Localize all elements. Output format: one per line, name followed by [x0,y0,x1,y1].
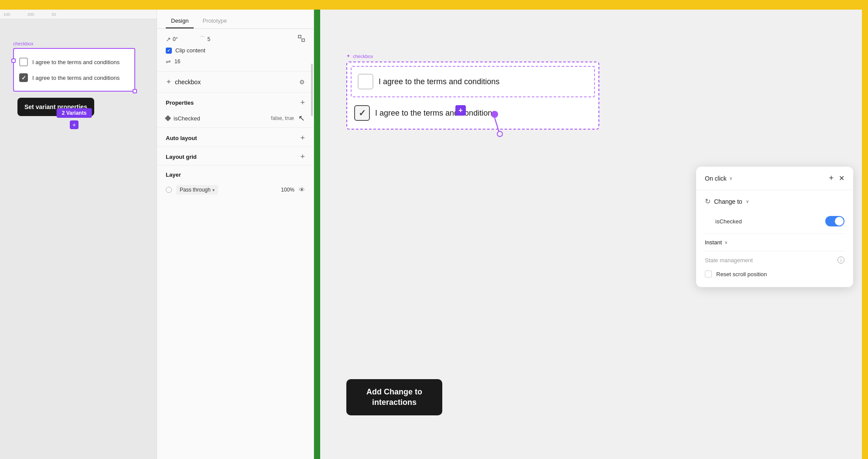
add-property-button[interactable]: + [300,99,305,106]
left-section: 100 200 33 Set variant properties checkb… [0,0,157,459]
layer-circle-icon [166,187,172,193]
canvas-yellow-bar [862,10,868,459]
canvas-background: ✦ checkbox I agree to the terms and cond… [320,10,862,459]
is-checked-toggle-row: isChecked [705,212,844,234]
angle-row: ↗ 0° ⌒ 5 [166,35,305,44]
selection-handle-tl [11,58,16,63]
resize-icon [298,35,305,44]
add-change-line2: Change to [384,387,422,396]
clip-content-checkbox[interactable] [166,48,172,54]
canvas-checked-container: I agree to the terms and conditions + [351,101,595,125]
on-click-panel: On click ∨ + ✕ ↻ Change to ∨ [696,167,853,287]
tab-design[interactable]: Design [166,14,194,28]
variant-box: I agree to the terms and conditions I ag… [13,48,135,92]
change-to-sync-icon: ↻ [705,197,711,206]
checkbox-label-2: I agree to the terms and conditions [32,75,120,81]
canvas-row-2: I agree to the terms and conditions [351,101,595,125]
property-name-label: isChecked [174,115,200,122]
is-checked-prop-label: isChecked [715,218,742,225]
property-name-container: isChecked [166,115,200,122]
canvas-unchecked-checkbox [358,74,373,89]
on-click-close-button[interactable]: ✕ [839,174,844,182]
cursor-indicator: ↖ [298,113,305,123]
on-click-body: ↻ Change to ∨ isChecked Instant ∨ [696,190,853,287]
layout-grid-title: Layout grid [166,154,197,160]
state-management-info-icon[interactable]: i [837,257,844,264]
design-panel: Design Prototype ↗ 0° ⌒ 5 [157,0,314,459]
add-variant-button[interactable]: + [70,120,79,129]
is-checked-toggle[interactable] [825,216,844,226]
canvas-green-bar [314,10,320,459]
ruler-mark-100: 100 [3,12,10,17]
property-row-isChecked: isChecked false, true ↖ [157,111,314,126]
reset-scroll-row: Reset scroll position [705,268,844,280]
add-auto-layout-button[interactable]: + [300,134,305,142]
transform-section: ↗ 0° ⌒ 5 [157,29,314,72]
checkbox-unchecked-icon [19,58,28,66]
checkbox-label-1: I agree to the terms and conditions [32,59,120,65]
panel-tabs: Design Prototype [157,10,314,29]
panel-body: ↗ 0° ⌒ 5 [157,29,314,202]
radius-icon: ⌒ [199,35,205,43]
spacing-value: 16 [174,58,180,65]
component-header: ✦ checkbox ⚙ [157,72,314,92]
checkbox-row-1: I agree to the terms and conditions [19,54,129,70]
auto-layout-section: Auto layout + [157,127,314,146]
on-click-chevron[interactable]: ∨ [729,176,732,181]
canvas-plus-icon: + [455,105,466,116]
settings-icon[interactable]: ⚙ [299,79,305,86]
opacity-value: 100% [281,187,294,193]
panel-scrollbar-thumb [311,64,313,116]
on-click-header: On click ∨ + ✕ [696,167,853,190]
pass-through-dropdown[interactable]: Pass through ▾ [176,185,218,195]
properties-section: Properties + isChecked false, true ↖ [157,92,314,126]
checkbox-checked-icon [19,73,28,82]
reset-scroll-checkbox[interactable] [705,271,712,277]
variant-component-container: checkbox I agree to the terms and condit… [13,41,135,95]
svg-point-2 [491,111,498,118]
selection-handle-br [133,89,137,93]
angle-input[interactable]: ↗ 0° [166,36,178,43]
panel-scrollbar [311,29,313,459]
on-click-actions: + ✕ [829,174,844,183]
change-to-label: Change to [714,198,742,205]
svg-rect-1 [302,39,304,41]
clip-content-row: Clip content [166,47,305,54]
layer-title: Layer [166,171,181,178]
instant-label: Instant [705,239,722,246]
add-change-interactions-button[interactable]: Add Change to interactions [346,379,442,415]
properties-title: Properties [166,99,194,106]
pass-through-label: Pass through [180,187,211,193]
canvas-component-label: checkbox [353,54,373,59]
instant-chevron[interactable]: ∨ [724,240,728,245]
left-ruler: 100 200 33 [0,10,157,19]
add-change-line3: interactions [372,398,417,407]
component-name-label: checkbox [175,79,201,86]
left-canvas-area: Set variant properties checkbox I agree … [0,19,157,459]
canvas-component-diamond: ✦ [346,53,350,59]
visibility-icon[interactable]: 👁 [299,186,305,193]
svg-rect-0 [298,35,301,38]
variant-label: checkbox [13,41,135,46]
canvas-component: ✦ checkbox I agree to the terms and cond… [346,53,599,130]
angle-value: 0° [173,36,178,42]
component-diamond-icon: ✦ [166,78,171,86]
change-to-chevron-icon[interactable]: ∨ [746,199,749,204]
variants-badge: 2 Variants [57,108,92,118]
auto-layout-title: Auto layout [166,135,197,141]
on-click-add-button[interactable]: + [829,174,834,183]
properties-section-header: Properties + [157,92,314,111]
canvas-outer-border: I agree to the terms and conditions I ag… [346,62,599,130]
checkbox-row-2: I agree to the terms and conditions [19,70,129,86]
state-management-row: State management i [705,251,844,268]
ruler-mark-33: 33 [51,12,56,17]
connection-arrow-svg [477,110,512,145]
property-diamond-icon [165,115,171,121]
middle-canvas: ✦ checkbox I agree to the terms and cond… [314,0,868,459]
state-management-label: State management [705,257,753,264]
tab-prototype[interactable]: Prototype [197,14,232,28]
canvas-component-badge: ✦ checkbox [346,53,599,59]
radius-input[interactable]: ⌒ 5 [199,35,210,43]
add-layout-grid-button[interactable]: + [300,153,305,161]
canvas-unchecked-container: I agree to the terms and conditions [351,66,595,97]
